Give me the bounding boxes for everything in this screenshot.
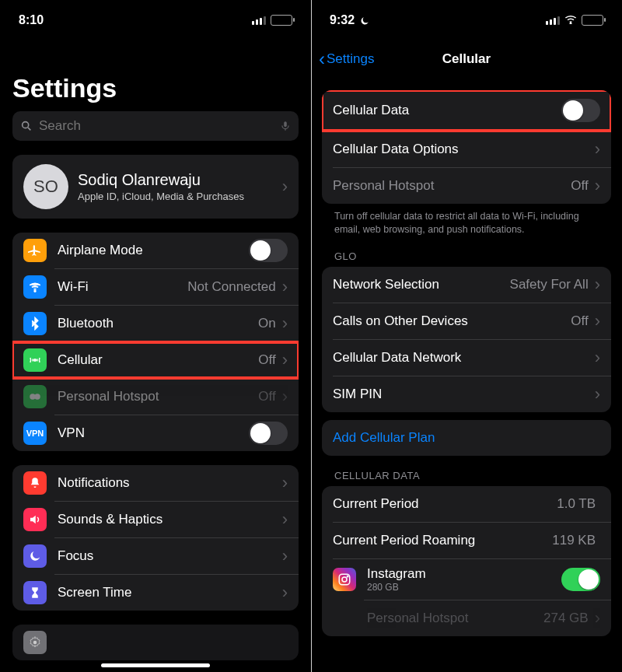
row-label: Airplane Mode	[58, 243, 249, 258]
chevron-right-icon: ›	[595, 177, 600, 194]
row-value: 119 KB	[552, 533, 596, 548]
nav-title: Cellular	[442, 51, 491, 67]
app-name: Instagram	[367, 566, 561, 582]
row-label: Focus	[58, 548, 281, 564]
calls-other-devices-row[interactable]: Calls on Other Devices Off ›	[322, 303, 611, 339]
row-label: Calls on Other Devices	[333, 313, 571, 329]
row-label: Wi-Fi	[58, 279, 187, 295]
hourglass-icon	[23, 581, 47, 604]
app-usage-value: 280 GB	[367, 582, 561, 593]
settings-root-screen: 8:10 Settings SO Sodiq Olanrewaju Apple …	[0, 0, 311, 672]
bluetooth-icon	[23, 312, 47, 335]
wifi-row[interactable]: Wi-Fi Not Connected ›	[12, 269, 299, 305]
vpn-row[interactable]: VPN VPN	[12, 415, 299, 451]
battery-icon	[271, 15, 292, 26]
status-bar: 8:10	[0, 0, 311, 37]
chevron-right-icon: ›	[595, 276, 600, 293]
chevron-right-icon: ›	[282, 278, 288, 296]
avatar: SO	[23, 164, 68, 209]
row-label: Screen Time	[58, 585, 281, 600]
airplane-mode-row[interactable]: Airplane Mode	[12, 233, 299, 268]
airplane-icon	[23, 239, 47, 262]
apple-id-name: Sodiq Olanrewaju	[78, 171, 281, 189]
app-data-toggle[interactable]	[561, 568, 600, 591]
sim-pin-row[interactable]: SIM PIN ›	[322, 376, 611, 412]
row-label: Current Period Roaming	[333, 533, 552, 548]
row-value: On	[258, 316, 276, 331]
row-value: Not Connected	[187, 279, 275, 295]
hotspot-icon	[23, 385, 47, 408]
cellular-data-network-row[interactable]: Cellular Data Network ›	[322, 340, 611, 376]
current-period-roaming-row[interactable]: Current Period Roaming 119 KB	[322, 523, 611, 558]
svg-line-1	[28, 128, 30, 130]
add-cellular-plan-button[interactable]: Add Cellular Plan	[322, 420, 611, 456]
general-row[interactable]	[12, 625, 299, 660]
wifi-status-icon	[564, 13, 577, 27]
chevron-right-icon: ›	[282, 584, 288, 601]
carrier-section-header: GLO	[311, 236, 622, 267]
row-value: Off	[258, 389, 275, 404]
app-usage-value: 274 GB	[543, 611, 589, 626]
chevron-right-icon: ›	[282, 352, 288, 369]
screen-time-row[interactable]: Screen Time ›	[12, 575, 299, 611]
cellular-row[interactable]: Cellular Off ›	[12, 342, 299, 378]
current-period-row[interactable]: Current Period 1.0 TB	[322, 486, 611, 522]
home-indicator[interactable]	[101, 663, 210, 667]
search-input[interactable]	[37, 117, 280, 135]
row-label: Personal Hotspot	[333, 178, 571, 194]
svg-point-0	[23, 122, 29, 128]
row-label: Network Selection	[333, 277, 510, 292]
bluetooth-row[interactable]: Bluetooth On ›	[12, 306, 299, 341]
status-time: 8:10	[19, 13, 44, 27]
cellular-data-group: Cellular Data Cellular Data Options › Pe…	[322, 90, 611, 204]
svg-point-5	[34, 359, 36, 361]
svg-point-11	[342, 577, 347, 582]
chevron-right-icon: ›	[282, 315, 288, 332]
cellular-signal-icon	[252, 16, 266, 25]
chevron-right-icon: ›	[595, 141, 600, 158]
row-label: Personal Hotspot	[58, 389, 258, 404]
gear-icon	[23, 631, 47, 654]
row-value: Safety For All	[510, 277, 589, 292]
airplane-toggle[interactable]	[249, 239, 288, 262]
chevron-left-icon: ‹	[319, 48, 325, 70]
vpn-toggle[interactable]	[249, 422, 288, 445]
row-label: Current Period	[333, 496, 557, 512]
row-label: Sounds & Haptics	[58, 512, 281, 527]
chevron-right-icon: ›	[282, 178, 288, 195]
sounds-row[interactable]: Sounds & Haptics ›	[12, 502, 299, 537]
chevron-right-icon: ›	[595, 610, 600, 627]
personal-hotspot-row[interactable]: Personal Hotspot Off ›	[12, 379, 299, 415]
personal-hotspot-row[interactable]: Personal Hotspot Off ›	[322, 168, 611, 204]
cellular-data-toggle[interactable]	[561, 99, 600, 122]
app-usage-row-hotspot[interactable]: Personal Hotspot 274 GB ›	[322, 600, 611, 636]
row-label: Add Cellular Plan	[333, 430, 600, 446]
svg-point-12	[347, 576, 348, 577]
cellular-settings-screen: 9:32 ‹ Settings Cellular Cellular Data C…	[311, 0, 622, 672]
chevron-right-icon: ›	[595, 313, 600, 330]
cellular-data-options-row[interactable]: Cellular Data Options ›	[322, 131, 611, 167]
svg-rect-2	[284, 121, 287, 127]
focus-row[interactable]: Focus ›	[12, 538, 299, 574]
row-label: Bluetooth	[58, 316, 258, 331]
row-value: Off	[571, 178, 588, 194]
chevron-right-icon: ›	[282, 511, 288, 528]
microphone-icon[interactable]	[280, 119, 291, 133]
cellular-data-row[interactable]: Cellular Data	[322, 90, 611, 131]
row-value: Off	[258, 352, 275, 368]
back-button[interactable]: ‹ Settings	[319, 48, 374, 70]
row-label: Notifications	[58, 475, 281, 491]
search-field[interactable]	[12, 111, 299, 141]
antenna-icon	[23, 348, 47, 372]
row-label: Cellular Data Options	[333, 142, 593, 157]
app-usage-row-instagram[interactable]: Instagram 280 GB	[322, 559, 611, 600]
svg-point-9	[570, 23, 571, 24]
row-value: 1.0 TB	[557, 496, 596, 512]
chevron-right-icon: ›	[282, 548, 288, 565]
network-selection-row[interactable]: Network Selection Safety For All ›	[322, 267, 611, 303]
notifications-row[interactable]: Notifications ›	[12, 465, 299, 501]
row-label: Cellular Data Network	[333, 350, 593, 366]
apple-id-card[interactable]: SO Sodiq Olanrewaju Apple ID, iCloud, Me…	[12, 155, 299, 219]
search-icon	[20, 120, 33, 132]
apple-id-subtitle: Apple ID, iCloud, Media & Purchases	[78, 191, 281, 202]
